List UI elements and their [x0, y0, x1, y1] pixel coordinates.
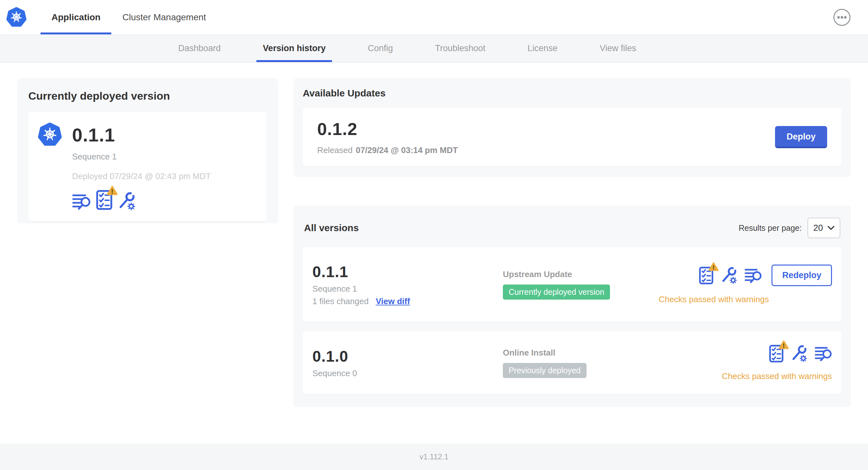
- page: Application Cluster Management Dashboard: [0, 0, 868, 470]
- view-diff-link[interactable]: View diff: [376, 296, 410, 306]
- version-row: 0.1.1 Sequence 1 1 files changed View di…: [303, 247, 842, 322]
- results-per-page: Results per page: 20: [739, 217, 840, 238]
- status-text: Checks passed with warnings: [722, 371, 832, 381]
- top-tab-cluster-management[interactable]: Cluster Management: [111, 0, 217, 34]
- kubernetes-logo-icon: [6, 7, 27, 28]
- warning-triangle-icon: [708, 262, 719, 271]
- top-tab-application[interactable]: Application: [40, 0, 111, 34]
- brand: [6, 0, 27, 34]
- subnav-tab-config[interactable]: Config: [361, 35, 399, 62]
- subnav-tab-config-label: Config: [368, 43, 393, 54]
- subnav-tab-troubleshoot-label: Troubleshoot: [435, 43, 486, 54]
- current-version-number: 0.1.1: [72, 124, 115, 146]
- subnav-tab-version-history-label: Version history: [263, 43, 326, 54]
- header-spacer: [217, 0, 833, 34]
- ellipsis-icon: [833, 8, 851, 26]
- deploy-logs-icon[interactable]: [815, 345, 832, 362]
- subnav-tab-version-history[interactable]: Version history: [256, 35, 332, 62]
- preflight-checks-icon[interactable]: [96, 190, 113, 210]
- subnav-tab-dashboard-label: Dashboard: [178, 43, 221, 54]
- version-source: Online Install: [503, 348, 722, 358]
- app-kubernetes-icon: [37, 122, 62, 147]
- current-version-title: Currently deployed version: [28, 90, 267, 102]
- subnav-tab-license-label: License: [528, 43, 558, 54]
- more-options-button[interactable]: [833, 0, 851, 34]
- deployed-badge: Currently deployed version: [503, 284, 610, 300]
- main-content: Currently deployed version 0.1.1 Sequenc…: [0, 62, 868, 407]
- version-number: 0.1.0: [312, 347, 503, 365]
- config-wrench-icon[interactable]: [791, 345, 808, 362]
- current-version-sequence: Sequence 1: [72, 152, 254, 162]
- console-version: v1.112.1: [420, 452, 448, 461]
- released-date: 07/29/24 @ 03:14 pm MDT: [356, 145, 458, 155]
- update-released-line: Released07/29/24 @ 03:14 pm MDT: [317, 145, 458, 155]
- available-updates-card: Available Updates 0.1.2 Released07/29/24…: [293, 78, 851, 177]
- subnav-tab-view-files-label: View files: [600, 43, 637, 54]
- app-subnav: Dashboard Version history Config Trouble…: [0, 35, 868, 62]
- results-per-page-select[interactable]: 20: [808, 217, 840, 238]
- version-sequence: Sequence 1: [312, 284, 503, 294]
- subnav-tab-troubleshoot[interactable]: Troubleshoot: [429, 35, 492, 62]
- top-header: Application Cluster Management: [0, 0, 868, 35]
- current-version-inner-card: 0.1.1 Sequence 1 Deployed 07/29/24 @ 02:…: [28, 112, 267, 221]
- footer: v1.112.1: [0, 444, 868, 470]
- available-updates-title: Available Updates: [303, 88, 842, 99]
- deploy-logs-icon[interactable]: [72, 193, 91, 210]
- results-per-page-label: Results per page:: [739, 224, 802, 233]
- released-prefix: Released: [317, 145, 352, 155]
- top-tab-cluster-management-label: Cluster Management: [122, 12, 206, 23]
- all-versions-title: All versions: [304, 223, 359, 233]
- all-versions-card: All versions Results per page: 20: [293, 205, 851, 407]
- top-tab-application-label: Application: [52, 12, 100, 23]
- warning-triangle-icon: [107, 185, 118, 196]
- top-tabs: Application Cluster Management: [40, 0, 217, 34]
- config-wrench-icon[interactable]: [118, 192, 136, 210]
- version-row: 0.1.0 Sequence 0 Online Install Previous…: [303, 331, 842, 394]
- preflight-checks-icon[interactable]: [699, 266, 714, 285]
- warning-triangle-icon: [779, 340, 789, 349]
- status-text: Checks passed with warnings: [659, 295, 769, 304]
- files-changed-text: 1 files changed: [312, 296, 369, 306]
- subnav-tab-license[interactable]: License: [521, 35, 564, 62]
- version-number: 0.1.1: [312, 263, 503, 281]
- right-column: Available Updates 0.1.2 Released07/29/24…: [293, 78, 851, 407]
- current-version-deployed-date: Deployed 07/29/24 @ 02:43 pm MDT: [72, 171, 254, 181]
- deployed-badge: Previously deployed: [503, 363, 587, 378]
- subnav-tab-view-files[interactable]: View files: [593, 35, 643, 62]
- subnav-tab-dashboard[interactable]: Dashboard: [172, 35, 227, 62]
- results-per-page-value: 20: [813, 223, 823, 233]
- current-version-card: Currently deployed version 0.1.1 Sequenc…: [17, 78, 278, 224]
- chevron-down-icon: [828, 226, 835, 230]
- config-wrench-icon[interactable]: [721, 267, 737, 284]
- deploy-button[interactable]: Deploy: [775, 126, 827, 148]
- version-sequence: Sequence 0: [312, 368, 503, 378]
- version-source: Upstream Update: [503, 269, 659, 279]
- preflight-checks-icon[interactable]: [769, 344, 784, 363]
- update-version-number: 0.1.2: [317, 119, 458, 139]
- deploy-logs-icon[interactable]: [744, 267, 762, 283]
- available-update-row: 0.1.2 Released07/29/24 @ 03:14 pm MDT De…: [303, 108, 842, 166]
- redeploy-button[interactable]: Redeploy: [772, 265, 832, 286]
